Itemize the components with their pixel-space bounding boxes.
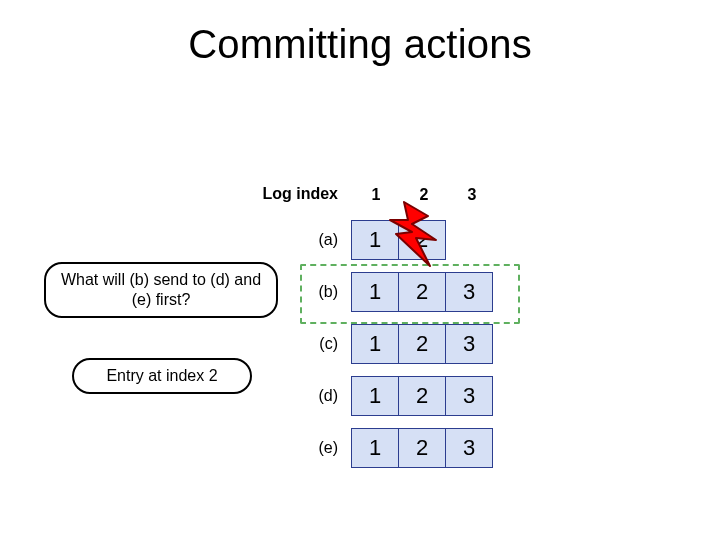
table-row: (e) 123 (352, 428, 496, 468)
cell: 1 (351, 272, 399, 312)
callout-answer: Entry at index 2 (72, 358, 252, 394)
cell: 2 (398, 220, 446, 260)
log-grid: Log index 123 (a) 12 (b) 123 (c) 123 (d)… (352, 186, 496, 468)
table-row: (b) 123 (352, 272, 496, 312)
col-header: 1 (352, 186, 400, 204)
header-row: Log index 123 (352, 186, 496, 206)
cell: 3 (445, 324, 493, 364)
row-label-e: (e) (318, 428, 338, 468)
cell: 1 (351, 376, 399, 416)
cell: 1 (351, 324, 399, 364)
cell: 2 (398, 376, 446, 416)
cell: 3 (445, 428, 493, 468)
cell: 1 (351, 428, 399, 468)
row-label-d: (d) (318, 376, 338, 416)
callout-answer-text: Entry at index 2 (106, 367, 217, 384)
row-label-c: (c) (319, 324, 338, 364)
row-label-b: (b) (318, 272, 338, 312)
cell: 2 (398, 324, 446, 364)
row-label-a: (a) (318, 220, 338, 260)
table-row: (c) 123 (352, 324, 496, 364)
cell: 1 (351, 220, 399, 260)
col-header: 3 (448, 186, 496, 204)
callout-question-text: What will (b) send to (d) and (e) first? (61, 271, 261, 308)
cell: 2 (398, 428, 446, 468)
cell: 2 (398, 272, 446, 312)
cell: 3 (445, 376, 493, 416)
log-index-label: Log index (262, 186, 338, 202)
cell-empty (445, 220, 493, 260)
page-title: Committing actions (0, 22, 720, 67)
cell: 3 (445, 272, 493, 312)
table-row: (a) 12 (352, 220, 496, 260)
col-header: 2 (400, 186, 448, 204)
callout-question: What will (b) send to (d) and (e) first? (44, 262, 278, 318)
table-row: (d) 123 (352, 376, 496, 416)
